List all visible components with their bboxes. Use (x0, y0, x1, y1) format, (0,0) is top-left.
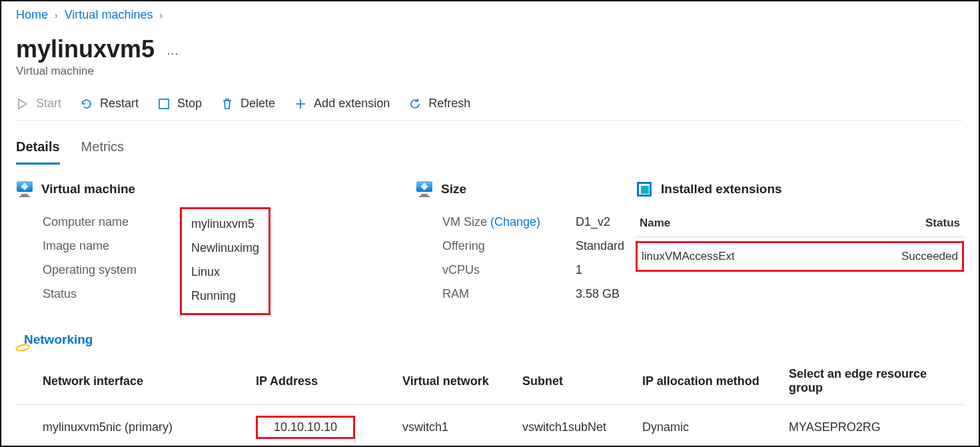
resource-type-label: Virtual machine (16, 65, 964, 78)
page-title: mylinuxvm5 (16, 35, 155, 63)
start-label: Start (36, 97, 61, 111)
net-ip-value: 10.10.10.10 (256, 416, 355, 439)
label-status: Status (43, 282, 189, 306)
extensions-table-header: Name Status (636, 210, 964, 237)
section-extensions-label: Installed extensions (661, 182, 782, 197)
label-image-name: Image name (43, 234, 189, 258)
tab-strip: Details Metrics (16, 135, 964, 165)
label-vm-size: VM Size (442, 215, 490, 228)
ext-col-status: Status (925, 217, 960, 230)
breadcrumb-home[interactable]: Home (16, 8, 48, 22)
extensions-table-row[interactable]: linuxVMAccessExt Succeeded (636, 241, 964, 272)
ext-col-name: Name (640, 217, 670, 230)
chevron-right-icon: › (55, 10, 58, 21)
value-ram: 3.58 GB (576, 282, 624, 306)
net-col-ip: IP Address (256, 374, 402, 388)
label-ram: RAM (442, 282, 576, 306)
add-extension-button[interactable]: Add extension (294, 97, 390, 111)
value-status: Running (191, 284, 259, 308)
net-nic-value: mylinuxvm5nic (primary) (16, 420, 256, 434)
vm-monitor-icon (16, 181, 33, 198)
refresh-icon (408, 97, 422, 111)
stop-icon (157, 97, 171, 111)
section-networking-label: Networking (24, 332, 93, 347)
delete-button[interactable]: Delete (221, 97, 275, 111)
start-button: Start (16, 97, 61, 111)
add-extension-label: Add extension (314, 97, 390, 111)
net-col-nic: Network interface (16, 374, 256, 388)
tab-metrics[interactable]: Metrics (81, 135, 124, 165)
label-os: Operating system (43, 258, 189, 282)
refresh-button[interactable]: Refresh (408, 97, 470, 111)
breadcrumb-vm-list[interactable]: Virtual machines (65, 8, 153, 22)
vm-values-highlight: mylinuxvm5 Newlinuximg Linux Running (180, 207, 270, 315)
delete-label: Delete (241, 97, 275, 111)
section-networking[interactable]: Networking (16, 332, 416, 347)
net-col-vnet: Virtual network (402, 374, 522, 388)
section-size: Size (416, 181, 636, 198)
svg-rect-1 (159, 99, 169, 109)
stop-label: Stop (177, 97, 202, 111)
section-virtual-machine: Virtual machine (16, 181, 416, 198)
play-icon (16, 97, 29, 111)
more-actions-button[interactable]: ⋯ (167, 46, 180, 65)
value-computer-name: mylinuxvm5 (191, 212, 259, 236)
restart-button[interactable]: Restart (80, 97, 139, 111)
network-table-row[interactable]: mylinuxvm5nic (primary) 10.10.10.10 vswi… (16, 405, 964, 439)
net-col-subnet: Subnet (522, 374, 642, 388)
trash-icon (221, 97, 234, 111)
net-erg-value: MYASEPRO2RG (789, 420, 964, 434)
label-computer-name: Computer name (43, 210, 189, 234)
net-subnet-value: vswitch1subNet (522, 420, 642, 434)
value-image-name: Newlinuximg (191, 236, 259, 260)
refresh-label: Refresh (428, 97, 470, 111)
value-vm-size: D1_v2 (576, 210, 624, 234)
section-vm-label: Virtual machine (41, 182, 135, 197)
net-alloc-value: Dynamic (642, 420, 789, 434)
tab-details[interactable]: Details (16, 135, 60, 165)
network-table-header: Network interface IP Address Virtual net… (16, 367, 964, 405)
net-vnet-value: vswitch1 (402, 420, 522, 434)
label-offering: Offering (442, 234, 576, 258)
change-size-link[interactable]: (Change) (490, 215, 540, 228)
label-vcpus: vCPUs (442, 258, 576, 282)
section-size-label: Size (441, 182, 466, 197)
command-bar: Start Restart Stop Delete Add extension … (16, 97, 964, 121)
value-vcpus: 1 (576, 258, 624, 282)
extensions-icon (636, 181, 653, 198)
value-os: Linux (191, 260, 259, 284)
restart-label: Restart (100, 97, 139, 111)
ext-name-value: linuxVMAccessExt (642, 250, 735, 263)
ext-status-value: Succeeded (901, 250, 958, 263)
section-extensions: Installed extensions (636, 181, 964, 198)
stop-button[interactable]: Stop (157, 97, 202, 111)
net-col-erg: Select an edge resource group (789, 367, 964, 395)
breadcrumb: Home › Virtual machines › (16, 8, 964, 22)
plus-icon (294, 97, 307, 111)
svg-marker-0 (19, 99, 27, 109)
size-monitor-icon (416, 181, 433, 198)
value-offering: Standard (576, 234, 624, 258)
net-col-alloc: IP allocation method (642, 374, 789, 388)
restart-icon (80, 97, 93, 111)
chevron-right-icon: › (159, 10, 163, 21)
